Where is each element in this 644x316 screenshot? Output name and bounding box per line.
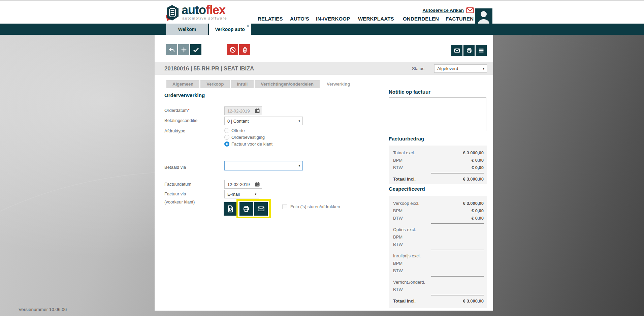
money-row: BTW€ 0,00 [389, 214, 487, 222]
tab-bar: Welkom Verkoop auto × [0, 24, 644, 35]
voorkeur-klant-label: (voorkeur klant) [164, 199, 195, 204]
account-link[interactable]: Autoservice Arikan [422, 8, 464, 13]
afdruktype-label: Afdruktype [164, 128, 185, 133]
plus-icon [180, 46, 188, 54]
sum-divider [431, 173, 484, 173]
logo-tagline: automotive software [182, 17, 227, 20]
nav-facturen[interactable]: FACTUREN [446, 16, 474, 22]
factuur-via-label: Factuur via [164, 191, 186, 196]
money-row: Verricht./onderd. [389, 278, 487, 286]
nav-onderdelen[interactable]: ONDERDELEN [403, 16, 439, 22]
money-row: BTW€ 0,00 [389, 164, 487, 171]
printer-icon [465, 47, 473, 54]
status-select[interactable]: Afgeleverd ▾ [434, 64, 487, 73]
undo-button[interactable] [166, 44, 177, 55]
money-total-row: Totaal incl.€ 3.000,00 [389, 297, 487, 305]
record-title: 20180016 | 55-RH-PR | SEAT IBIZA [164, 62, 254, 75]
cancel-button[interactable] [227, 44, 238, 55]
radio-selected-icon[interactable] [224, 141, 229, 147]
factuur-via-select[interactable]: E-mail ▾ [224, 190, 259, 198]
subtab-verkoop[interactable]: Verkoop [200, 80, 230, 88]
radio-factuur-voor-de-klant[interactable]: Factuur voor de klant [224, 141, 272, 147]
betalingsconditie-label: Betalingsconditie [164, 118, 197, 123]
nav-relaties[interactable]: RELATIES [258, 16, 283, 22]
tab-welkom[interactable]: Welkom [166, 24, 208, 35]
logo-word-flex: flex [206, 3, 225, 17]
subtab-inruil[interactable]: Inruil [231, 80, 254, 88]
print-button[interactable] [463, 45, 475, 56]
calendar-icon[interactable] [255, 182, 260, 187]
menu-icon [478, 47, 485, 54]
foto-checkbox-label: Foto ('s) sturen/afdrukken [290, 204, 340, 209]
money-row: BTW [389, 267, 487, 274]
calendar-icon [255, 108, 260, 114]
version-number: Versienummer 10.06.06 [19, 307, 67, 312]
tab-verkoop-auto[interactable]: Verkoop auto × [209, 24, 251, 35]
logo[interactable]: autoflex automotive software [164, 5, 227, 21]
preview-document-button[interactable] [224, 202, 237, 216]
subtab-verwerking[interactable]: Verwerking [321, 80, 356, 88]
confirm-button[interactable] [190, 44, 201, 55]
status-label: Status [412, 62, 424, 75]
radio-icon[interactable] [224, 128, 229, 133]
subtab-algemeen[interactable]: Algemeen [166, 80, 199, 88]
nav-in-verkoop[interactable]: IN-/VERKOOP [316, 16, 350, 22]
notitie-textarea[interactable] [389, 97, 486, 131]
document-preview-icon [226, 204, 235, 213]
print-invoice-button[interactable] [239, 202, 253, 216]
printer-icon [242, 204, 251, 213]
user-avatar[interactable] [475, 8, 492, 24]
money-row: BPM [389, 233, 487, 241]
envelope-icon [257, 204, 265, 213]
undo-icon [168, 46, 175, 54]
person-icon [475, 9, 492, 24]
money-row: Inruilprijs excl. [389, 252, 487, 259]
orderdatum-input: 12-02-2019 [224, 106, 262, 115]
delete-button[interactable] [239, 44, 250, 55]
menu-button[interactable] [476, 45, 487, 56]
notitie-title: Notitie op factuur [389, 89, 430, 95]
money-row: BTW [389, 286, 487, 293]
betalingsconditie-select[interactable]: 0 | Contant ▾ [224, 117, 303, 125]
logo-word-auto: auto [182, 3, 206, 17]
factuurdatum-label: Factuurdatum [164, 182, 191, 187]
envelope-icon [453, 47, 461, 54]
money-row: Verkoop excl.€ 3.000,00 [389, 199, 487, 207]
betaald-via-select[interactable]: ▾ [224, 161, 303, 170]
sum-divider [431, 250, 484, 250]
chevron-down-icon: ▾ [298, 119, 300, 123]
chevron-down-icon: ▾ [298, 164, 300, 167]
email-invoice-button[interactable] [254, 202, 268, 216]
sum-divider [431, 295, 484, 295]
tab-label: Verkoop auto [215, 27, 245, 32]
foto-checkbox[interactable] [282, 204, 287, 209]
required-asterisk: * [188, 108, 189, 113]
account-mail-icon[interactable] [466, 7, 474, 13]
sum-divider [431, 276, 484, 277]
chevron-down-icon: ▾ [483, 67, 484, 70]
tab-label: Welkom [178, 27, 196, 32]
gespecificeerd-box: Verkoop excl.€ 3.000,00 BPM€ 0,00 BTW€ 0… [389, 196, 487, 308]
money-row: BPM [389, 259, 487, 267]
orderdatum-label: Orderdatum* [164, 108, 189, 113]
close-icon[interactable]: × [247, 24, 249, 28]
radio-icon[interactable] [224, 135, 229, 140]
factuurbedrag-box: Totaal excl.€ 3.000,00 BPM€ 0,00 BTW€ 0,… [389, 146, 487, 184]
radio-orderbevestiging[interactable]: Orderbevestiging [224, 134, 265, 140]
sum-divider [431, 223, 484, 224]
nav-werkplaats[interactable]: WERKPLAATS [358, 16, 394, 22]
betaald-via-label: Betaald via [164, 165, 186, 170]
gespecificeerd-title: Gespecificeerd [389, 186, 425, 192]
subtab-verrichtingen-onderdelen[interactable]: Verrichtingen/onderdelen [255, 80, 320, 88]
email-button[interactable] [451, 45, 462, 56]
section-title-orderverwerking: Orderverwerking [164, 92, 205, 98]
status-value: Afgeleverd [437, 66, 458, 71]
money-row: Totaal excl.€ 3.000,00 [389, 149, 487, 156]
nav-autos[interactable]: AUTO'S [290, 16, 309, 22]
radio-offerte[interactable]: Offerte [224, 127, 245, 134]
money-row: BTW [389, 241, 487, 248]
factuurdatum-value[interactable] [227, 182, 259, 187]
factuurdatum-input[interactable] [224, 180, 262, 189]
add-button[interactable] [178, 44, 189, 55]
chevron-down-icon: ▾ [255, 192, 256, 196]
